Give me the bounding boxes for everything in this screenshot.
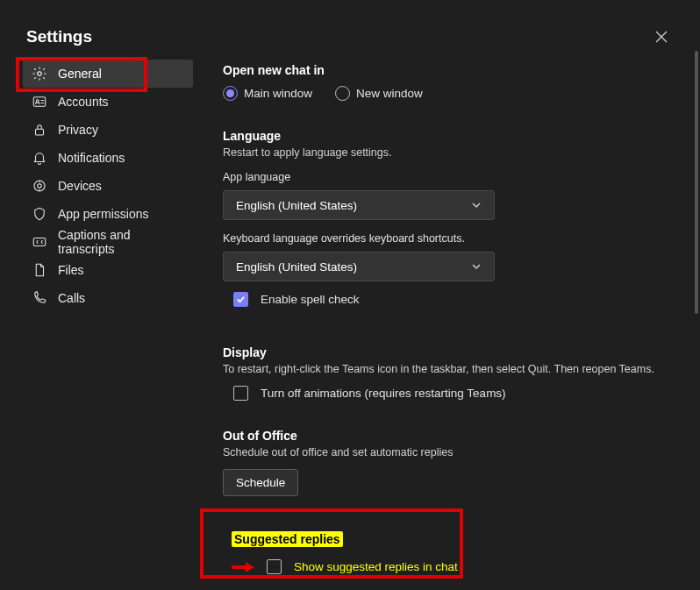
svg-point-0 [38, 72, 42, 76]
select-value: English (United States) [236, 260, 357, 274]
radio-circle-icon [335, 86, 350, 101]
section-title-suggested: Suggested replies [232, 531, 343, 547]
sidebar-item-app-permissions[interactable]: App permissions [23, 200, 193, 228]
radio-new-window[interactable]: New window [335, 86, 423, 101]
sidebar-item-label: Files [58, 263, 84, 277]
app-language-label: App language [223, 171, 682, 183]
section-title-ooo: Out of Office [223, 429, 682, 443]
section-title-display: Display [223, 345, 682, 359]
phone-icon [32, 290, 47, 306]
app-language-select[interactable]: English (United States) [223, 190, 495, 220]
settings-content: Open new chat in Main window New window … [193, 60, 700, 590]
radio-label: Main window [244, 87, 312, 100]
bell-icon [32, 150, 47, 166]
display-subtext: To restart, right-click the Teams icon i… [223, 363, 682, 375]
arrow-right-icon [232, 560, 254, 574]
sidebar-item-files[interactable]: Files [23, 256, 193, 284]
turn-off-animations-checkbox[interactable] [233, 386, 248, 401]
file-icon [32, 262, 47, 278]
sidebar-item-label: Captions and transcripts [58, 228, 184, 256]
sidebar-item-notifications[interactable]: Notifications [23, 144, 193, 172]
suggested-replies-checkbox[interactable] [267, 559, 282, 574]
language-subtext: Restart to apply language settings. [223, 146, 682, 159]
checkmark-icon [236, 295, 246, 304]
keyboard-override-label: Keyboard language overrides keyboard sho… [223, 232, 682, 245]
svg-point-5 [38, 184, 42, 188]
chevron-down-icon [471, 200, 482, 210]
page-title: Settings [26, 27, 92, 46]
section-title-open-chat: Open new chat in [223, 63, 682, 77]
radio-main-window[interactable]: Main window [223, 86, 312, 101]
sidebar-item-label: Notifications [58, 151, 125, 165]
suggested-replies-label: Show suggested replies in chat [294, 560, 458, 573]
sidebar-item-label: App permissions [58, 207, 149, 221]
shield-icon [32, 206, 47, 222]
spell-check-checkbox[interactable] [233, 292, 248, 307]
gear-icon [32, 66, 47, 82]
sidebar-item-label: General [58, 67, 102, 81]
close-icon [655, 31, 668, 43]
lock-icon [32, 122, 47, 138]
sidebar-item-calls[interactable]: Calls [23, 284, 193, 312]
svg-rect-1 [33, 97, 46, 107]
keyboard-language-select[interactable]: English (United States) [223, 252, 495, 281]
radio-circle-icon [223, 86, 238, 101]
sidebar-item-general[interactable]: General [23, 60, 193, 88]
sidebar-item-accounts[interactable]: Accounts [23, 88, 193, 116]
sidebar-item-label: Privacy [58, 123, 98, 137]
idcard-icon [32, 94, 47, 110]
chevron-down-icon [471, 261, 482, 272]
spell-check-label: Enable spell check [261, 293, 360, 306]
cc-icon [32, 234, 47, 250]
svg-rect-3 [36, 129, 44, 135]
sidebar-item-label: Calls [58, 291, 85, 305]
sidebar-item-devices[interactable]: Devices [23, 172, 193, 200]
section-title-language: Language [223, 129, 682, 143]
settings-sidebar: General Accounts Privacy Notifications D… [23, 60, 193, 590]
turn-off-animations-label: Turn off animations (requires restarting… [261, 387, 506, 400]
schedule-button[interactable]: Schedule [223, 469, 298, 496]
sidebar-item-label: Accounts [58, 95, 109, 109]
close-button[interactable] [649, 25, 674, 49]
radio-label: New window [356, 87, 423, 100]
select-value: English (United States) [236, 199, 357, 212]
svg-rect-6 [33, 238, 46, 246]
sidebar-item-captions[interactable]: Captions and transcripts [23, 228, 193, 256]
scrollbar[interactable] [695, 51, 698, 314]
sidebar-item-privacy[interactable]: Privacy [23, 116, 193, 144]
ooo-subtext: Schedule out of office and set automatic… [223, 446, 682, 458]
sidebar-item-label: Devices [58, 179, 102, 193]
devices-icon [32, 178, 47, 194]
